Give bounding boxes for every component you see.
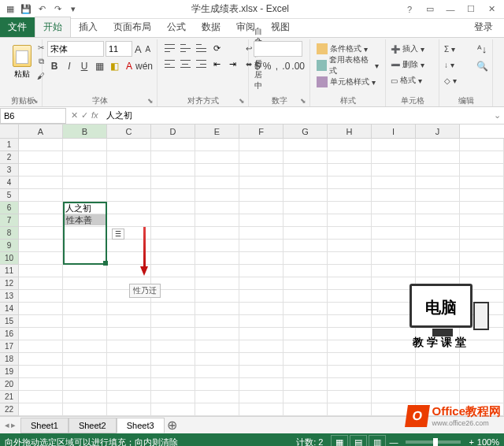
- cell[interactable]: [107, 164, 151, 177]
- cell[interactable]: [284, 378, 328, 391]
- row-header-5[interactable]: 5: [0, 189, 19, 202]
- cell[interactable]: [460, 189, 504, 202]
- cell[interactable]: [372, 151, 416, 164]
- cell[interactable]: [19, 290, 63, 303]
- cell[interactable]: [372, 214, 416, 227]
- cell[interactable]: [460, 240, 504, 252]
- cell[interactable]: [328, 214, 372, 227]
- row-header-9[interactable]: 9: [0, 240, 19, 252]
- font-size-select[interactable]: [106, 41, 132, 57]
- cell[interactable]: [284, 202, 328, 214]
- cell[interactable]: [416, 151, 460, 164]
- zoom-slider[interactable]: [406, 440, 461, 444]
- cell[interactable]: [239, 252, 284, 265]
- cell[interactable]: [328, 353, 372, 366]
- cell[interactable]: [63, 252, 107, 265]
- redo-icon[interactable]: ↷: [50, 2, 65, 17]
- cell[interactable]: [328, 189, 372, 202]
- cell[interactable]: [63, 277, 107, 290]
- cell[interactable]: [460, 139, 504, 151]
- cell[interactable]: [239, 391, 284, 403]
- align-left-icon[interactable]: [162, 57, 176, 71]
- cell[interactable]: [151, 340, 195, 353]
- expand-formula-bar-icon[interactable]: ⌄: [491, 110, 504, 121]
- cell[interactable]: [239, 202, 284, 214]
- decrease-indent-icon[interactable]: ⇤: [209, 57, 224, 71]
- cell[interactable]: [195, 151, 239, 164]
- insert-cells-button[interactable]: ➕插入▾: [391, 41, 434, 57]
- cell[interactable]: [239, 189, 284, 202]
- cell[interactable]: [151, 403, 195, 416]
- cell[interactable]: [151, 391, 195, 403]
- cell[interactable]: [151, 353, 195, 366]
- cell[interactable]: [239, 366, 284, 378]
- zoom-in-icon[interactable]: +: [465, 437, 476, 446]
- cell[interactable]: [151, 366, 195, 378]
- cell[interactable]: [372, 366, 416, 378]
- cell[interactable]: [63, 315, 107, 328]
- cell[interactable]: [284, 227, 328, 240]
- cell[interactable]: [239, 403, 284, 416]
- cell[interactable]: [372, 227, 416, 240]
- cell[interactable]: [460, 378, 504, 391]
- maximize-icon[interactable]: ☐: [461, 2, 480, 17]
- cell[interactable]: [19, 328, 63, 340]
- cell[interactable]: [151, 164, 195, 177]
- fill-color-icon[interactable]: ◧: [107, 58, 121, 74]
- cell[interactable]: [107, 139, 151, 151]
- row-header-6[interactable]: 6: [0, 202, 19, 214]
- cell[interactable]: [151, 202, 195, 214]
- ribbon-options-icon[interactable]: ▭: [421, 2, 439, 17]
- cell[interactable]: [63, 378, 107, 391]
- cell[interactable]: [372, 240, 416, 252]
- cell[interactable]: [195, 315, 239, 328]
- view-layout-icon[interactable]: ▤: [350, 435, 367, 446]
- cell[interactable]: [107, 303, 151, 315]
- cell[interactable]: [460, 265, 504, 277]
- cell[interactable]: [107, 366, 151, 378]
- cell[interactable]: [284, 189, 328, 202]
- sheet-nav-next-icon[interactable]: ▸: [11, 420, 16, 430]
- cell[interactable]: [63, 403, 107, 416]
- select-all-corner[interactable]: [0, 125, 19, 138]
- cell[interactable]: [284, 177, 328, 189]
- cell[interactable]: [107, 202, 151, 214]
- percent-icon[interactable]: %: [263, 58, 272, 74]
- cell[interactable]: [460, 391, 504, 403]
- cell[interactable]: [19, 214, 63, 227]
- tab-page-layout[interactable]: 页面布局: [106, 17, 159, 37]
- cell[interactable]: [284, 303, 328, 315]
- cell[interactable]: [195, 240, 239, 252]
- cell[interactable]: [239, 151, 284, 164]
- cell[interactable]: [284, 151, 328, 164]
- col-header-c[interactable]: C: [107, 125, 151, 138]
- phonetic-icon[interactable]: wén: [137, 58, 151, 74]
- cell[interactable]: [195, 353, 239, 366]
- cell[interactable]: [372, 164, 416, 177]
- enter-formula-icon[interactable]: ✓: [81, 110, 88, 121]
- underline-button[interactable]: U: [77, 58, 91, 74]
- cell[interactable]: [372, 403, 416, 416]
- row-header-22[interactable]: 22: [0, 403, 19, 416]
- col-header-h[interactable]: H: [328, 125, 372, 138]
- col-header-e[interactable]: E: [195, 125, 239, 138]
- cell[interactable]: [239, 265, 284, 277]
- cell[interactable]: [328, 151, 372, 164]
- cell[interactable]: [372, 139, 416, 151]
- font-name-select[interactable]: [47, 41, 104, 57]
- cell[interactable]: [416, 214, 460, 227]
- cell[interactable]: [63, 303, 107, 315]
- cell[interactable]: [239, 240, 284, 252]
- cell[interactable]: [63, 353, 107, 366]
- row-header-8[interactable]: 8: [0, 227, 19, 240]
- cell[interactable]: [284, 265, 328, 277]
- col-header-i[interactable]: I: [372, 125, 416, 138]
- cell[interactable]: [195, 189, 239, 202]
- cell[interactable]: [195, 177, 239, 189]
- col-header-j[interactable]: J: [416, 125, 460, 138]
- row-header-13[interactable]: 13: [0, 290, 19, 303]
- cell[interactable]: [19, 151, 63, 164]
- row-header-3[interactable]: 3: [0, 164, 19, 177]
- login-link[interactable]: 登录: [466, 17, 504, 37]
- cell[interactable]: [328, 391, 372, 403]
